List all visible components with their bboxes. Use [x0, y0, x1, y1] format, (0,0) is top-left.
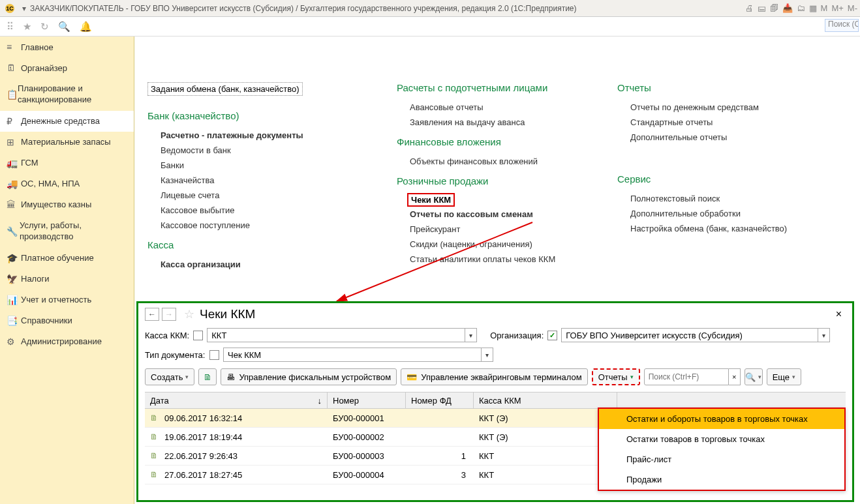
grid-icon[interactable]: ⠿: [7, 21, 14, 33]
menu-item-balances[interactable]: Остатки товаров в торговых точках: [599, 429, 844, 449]
filter-row-1: Касса ККМ: ККТ ▾ Организация: ✓ ГОБУ ВПО…: [138, 325, 852, 345]
link-cash-in[interactable]: Кассовое поступление: [147, 218, 356, 233]
refresh-button[interactable]: 🗎: [198, 368, 217, 385]
column-fd[interactable]: Номер ФД: [406, 393, 474, 408]
section-cash: Касса: [147, 239, 356, 250]
history-icon[interactable]: ↻: [40, 21, 49, 33]
grid-icon: ⊞: [7, 137, 21, 147]
link-extra-processing[interactable]: Дополнительные обработки: [617, 206, 813, 221]
tool-icon[interactable]: ▦: [809, 3, 817, 13]
sidebar-item-admin[interactable]: ⚙Администрирование: [0, 331, 134, 352]
favorite-icon[interactable]: ☆: [184, 307, 194, 321]
chevron-down-icon[interactable]: ▾: [482, 348, 493, 362]
link-accounts[interactable]: Лицевые счета: [147, 188, 356, 203]
nav-back-button[interactable]: ←: [145, 308, 159, 321]
exchange-tasks-link[interactable]: Задания обмена (банк, казначейство): [147, 82, 303, 96]
bank-icon: 🏛: [7, 200, 21, 210]
sidebar-item-taxes[interactable]: 🦅Налоги: [0, 269, 134, 289]
sidebar-item-planning[interactable]: 📋Планирование и санкционирование: [0, 78, 134, 111]
reports-button[interactable]: Отчеты▾: [592, 368, 640, 385]
filter-kkm-checkbox[interactable]: [193, 331, 203, 340]
link-investment-objects[interactable]: Объекты финансовых вложений: [397, 154, 592, 169]
nav-forward-button[interactable]: →: [162, 308, 176, 321]
filter-org-select[interactable]: ГОБУ ВПО Университет искусств (Субсидия): [561, 328, 818, 342]
sidebar-item-main[interactable]: ≡Главное: [0, 37, 134, 57]
sidebar-item-treasury[interactable]: 🏛Имущество казны: [0, 194, 134, 215]
menu-item-balances-turnover[interactable]: Остатки и обороты товаров в торговых точ…: [599, 409, 844, 429]
more-button[interactable]: Еще▾: [767, 368, 801, 385]
clipboard-icon: 📋: [7, 89, 18, 100]
star-icon[interactable]: ★: [23, 21, 31, 33]
search-button[interactable]: 🔍▾: [745, 368, 763, 385]
m-plus-label[interactable]: M+: [831, 3, 843, 13]
link-org-cash[interactable]: Касса организации: [147, 257, 356, 272]
link-advance-requests[interactable]: Заявления на выдачу аванса: [397, 115, 592, 130]
tool-icon[interactable]: 📥: [782, 3, 793, 13]
link-advance-reports[interactable]: Авансовые отчеты: [397, 100, 592, 115]
filter-kkm-select[interactable]: ККТ: [207, 328, 465, 342]
link-additional-reports[interactable]: Дополнительные отчеты: [617, 130, 813, 145]
link-kkm-checks[interactable]: Чеки ККМ: [407, 193, 455, 207]
sidebar-item-directories[interactable]: 📑Справочники: [0, 310, 134, 331]
link-shift-reports[interactable]: Отчеты по кассовым сменам: [397, 207, 592, 222]
menu-item-pricelist[interactable]: Прайс-лист: [599, 449, 844, 469]
section-accountable: Расчеты с подотчетными лицами: [397, 82, 592, 93]
search-top-input[interactable]: Поиск (Ct: [825, 19, 859, 32]
tool-icon[interactable]: 🖨: [745, 3, 754, 13]
link-exchange-setup[interactable]: Настройка обмена (банк, казначейство): [617, 221, 813, 236]
sidebar-item-services[interactable]: 🔧Услуги, работы, производство: [0, 215, 134, 248]
sidebar-item-label: Учет и отчетность: [21, 295, 91, 304]
link-fulltext-search[interactable]: Полнотекстовый поиск: [617, 191, 813, 206]
sidebar-item-accounting[interactable]: 📊Учет и отчетность: [0, 289, 134, 310]
tool-icon[interactable]: 🗐: [770, 3, 778, 13]
filter-doctype-select[interactable]: Чек ККМ: [223, 348, 482, 362]
fiscal-button[interactable]: 🖶Управление фискальным устройством: [221, 368, 397, 385]
column-date[interactable]: Дата↓: [145, 393, 328, 408]
link-cash-out[interactable]: Кассовое выбытие: [147, 203, 356, 218]
sidebar-item-organizer[interactable]: 🗓Органайзер: [0, 57, 134, 78]
menu-item-sales[interactable]: Продажи: [599, 469, 844, 490]
search-input[interactable]: [644, 368, 729, 385]
dropdown-icon[interactable]: ▾: [22, 4, 26, 13]
link-bank-sheets[interactable]: Ведомости в банк: [147, 143, 356, 158]
link-payment-docs[interactable]: Расчетно - платежные документы: [147, 128, 356, 143]
chart-icon: 📊: [7, 295, 21, 305]
link-standard-reports[interactable]: Стандартные отчеты: [617, 115, 813, 130]
main-area: ≡Главное 🗓Органайзер 📋Планирование и сан…: [0, 37, 860, 504]
create-button[interactable]: Создать▾: [145, 368, 194, 385]
eagle-icon: 🦅: [7, 274, 21, 284]
clear-search-button[interactable]: ×: [729, 368, 741, 385]
sidebar-item-label: Платное обучение: [21, 253, 94, 263]
section-service: Сервис: [617, 173, 813, 185]
m-minus-label[interactable]: M-: [848, 3, 857, 13]
sidebar-item-money[interactable]: ₽Денежные средства: [0, 111, 134, 132]
chevron-down-icon[interactable]: ▾: [818, 328, 830, 342]
bell-icon[interactable]: 🔔: [80, 21, 92, 33]
tool-icon[interactable]: 🖴: [758, 3, 766, 13]
link-treasuries[interactable]: Казначейства: [147, 173, 356, 188]
sidebar-item-education[interactable]: 🎓Платное обучение: [0, 248, 134, 269]
link-money-reports[interactable]: Отчеты по денежным средствам: [617, 100, 813, 115]
column-num[interactable]: Номер: [328, 393, 406, 408]
chevron-down-icon[interactable]: ▾: [465, 328, 477, 342]
delivery-icon: 🚚: [7, 179, 21, 189]
sidebar-item-gsm[interactable]: 🚛ГСМ: [0, 153, 134, 173]
link-analytics-articles[interactable]: Статьи аналитики оплаты чеков ККМ: [397, 252, 592, 267]
sidebar-item-label: Услуги, работы, производство: [20, 220, 127, 243]
tool-icon[interactable]: 🗂: [797, 3, 805, 13]
close-button[interactable]: ×: [832, 307, 846, 321]
link-banks[interactable]: Банки: [147, 158, 356, 173]
link-pricelist[interactable]: Прейскурант: [397, 222, 592, 237]
section-bank: Банк (казначейство): [147, 110, 356, 121]
calendar-icon: 🗓: [7, 63, 21, 73]
link-discounts[interactable]: Скидки (наценки, ограничения): [397, 237, 592, 252]
panel-toolbar: Создать▾ 🗎 🖶Управление фискальным устрой…: [138, 364, 852, 389]
m-label[interactable]: M: [821, 3, 828, 13]
search-icon[interactable]: 🔍: [58, 21, 70, 33]
acquiring-button[interactable]: 💳Управление эквайринговым терминалом: [401, 368, 587, 385]
column-kkm[interactable]: Касса ККМ: [474, 393, 617, 408]
filter-doctype-checkbox[interactable]: [209, 350, 219, 360]
sidebar-item-os[interactable]: 🚚ОС, НМА, НПА: [0, 173, 134, 194]
filter-org-checkbox[interactable]: ✓: [547, 331, 557, 340]
sidebar-item-materials[interactable]: ⊞Материальные запасы: [0, 132, 134, 153]
